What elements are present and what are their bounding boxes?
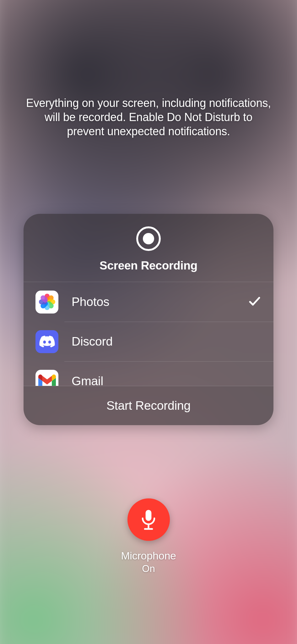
- start-recording-label: Start Recording: [106, 399, 191, 413]
- panel-title: Screen Recording: [100, 259, 197, 272]
- start-recording-button[interactable]: Start Recording: [24, 386, 273, 425]
- discord-icon: [35, 330, 58, 353]
- control-center-screen-recording-sheet: Everything on your screen, including not…: [0, 0, 297, 644]
- app-item-discord[interactable]: Discord: [24, 322, 273, 361]
- microphone-button[interactable]: [127, 498, 170, 541]
- record-icon: [136, 226, 161, 251]
- app-item-label: Gmail: [72, 374, 262, 386]
- microphone-status: On: [142, 563, 155, 575]
- record-icon-dot: [143, 233, 154, 244]
- microphone-label: Microphone: [121, 550, 176, 562]
- screen-recording-panel: Screen Recording Photo: [24, 214, 273, 425]
- app-destination-list[interactable]: Photos Discord: [24, 282, 273, 386]
- photos-icon: [35, 291, 58, 314]
- app-item-gmail[interactable]: Gmail: [24, 361, 273, 386]
- microphone-control: Microphone On: [0, 498, 297, 575]
- panel-header: Screen Recording: [24, 214, 273, 282]
- svg-rect-0: [146, 510, 152, 521]
- app-item-label: Photos: [72, 295, 248, 309]
- app-item-label: Discord: [72, 335, 262, 348]
- app-item-photos[interactable]: Photos: [24, 282, 273, 322]
- info-text: Everything on your screen, including not…: [25, 96, 272, 138]
- gmail-icon: [35, 370, 58, 386]
- checkmark-icon: [248, 294, 262, 309]
